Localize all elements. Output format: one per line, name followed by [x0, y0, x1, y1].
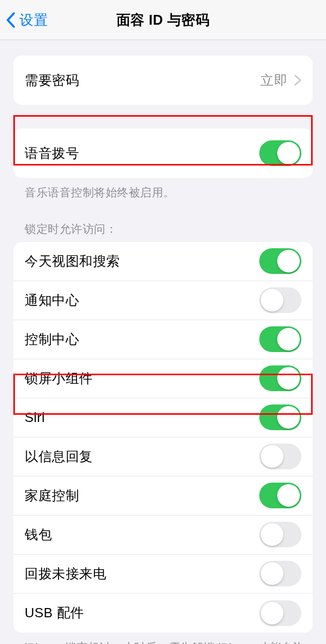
back-label: 设置 [20, 11, 48, 29]
lock-item-row: 控制中心 [13, 320, 313, 359]
lock-item-label: 回拨未接来电 [25, 565, 106, 583]
voice-dial-toggle[interactable] [259, 140, 301, 166]
lock-item-label: Siri [25, 410, 45, 426]
lock-item-label: 今天视图和搜索 [25, 252, 120, 270]
lock-item-row: 家庭控制 [13, 476, 313, 516]
lock-item-row: 通知中心 [13, 281, 313, 320]
voice-dial-row: 语音拨号 [13, 128, 313, 178]
lock-item-toggle[interactable] [259, 561, 301, 586]
lock-item-label: USB 配件 [25, 604, 84, 622]
lock-item-toggle[interactable] [259, 522, 301, 547]
lock-item-label: 家庭控制 [25, 487, 79, 505]
voice-dial-footer: 音乐语音控制将始终被启用。 [0, 178, 326, 201]
lock-item-row: 今天视图和搜索 [13, 242, 313, 281]
lock-section-header: 锁定时允许访问： [0, 201, 326, 242]
lock-item-row: 钱包 [13, 516, 313, 555]
voice-dial-group: 语音拨号 [13, 128, 313, 178]
lock-item-label: 控制中心 [25, 330, 79, 348]
require-passcode-row[interactable]: 需要密码 立即 [13, 56, 313, 105]
require-passcode-value: 立即 [260, 71, 288, 89]
page-title: 面容 ID 与密码 [117, 11, 210, 29]
require-passcode-label: 需要密码 [25, 71, 79, 89]
lock-item-row: USB 配件 [13, 594, 313, 633]
voice-dial-label: 语音拨号 [25, 144, 79, 162]
lock-item-label: 通知中心 [25, 291, 79, 309]
lock-item-toggle[interactable] [259, 287, 301, 313]
lock-item-toggle[interactable] [259, 600, 301, 626]
lock-item-toggle[interactable] [259, 444, 301, 469]
lock-item-toggle[interactable] [259, 365, 301, 391]
content: 需要密码 立即 语音拨号 音乐语音控制将始终被启用。 锁定时允许访问： 今天视图… [0, 56, 326, 644]
lock-item-row: Siri [13, 398, 313, 437]
lock-item-label: 以信息回复 [25, 448, 93, 466]
lock-item-row: 以信息回复 [13, 437, 313, 476]
lock-item-label: 锁屏小组件 [25, 370, 93, 388]
passcode-group: 需要密码 立即 [13, 56, 313, 105]
back-button[interactable]: 设置 [0, 11, 48, 29]
lock-item-toggle[interactable] [259, 404, 301, 430]
lock-item-row: 锁屏小组件 [13, 359, 313, 398]
chevron-right-icon [294, 75, 301, 86]
lock-item-toggle[interactable] [259, 483, 301, 508]
chevron-left-icon [6, 12, 15, 28]
lock-item-toggle[interactable] [259, 326, 301, 352]
nav-bar: 设置 面容 ID 与密码 [0, 0, 326, 40]
usb-footer: iPhone 锁定超过一小时后，需先解锁 iPhone 才能允许 USB 配件连… [0, 633, 326, 644]
lock-access-group: 今天视图和搜索通知中心控制中心锁屏小组件Siri以信息回复家庭控制钱包回拨未接来… [13, 242, 313, 633]
require-passcode-right: 立即 [260, 71, 301, 89]
lock-item-label: 钱包 [25, 526, 52, 544]
lock-item-toggle[interactable] [259, 248, 301, 274]
lock-item-row: 回拨未接来电 [13, 555, 313, 594]
